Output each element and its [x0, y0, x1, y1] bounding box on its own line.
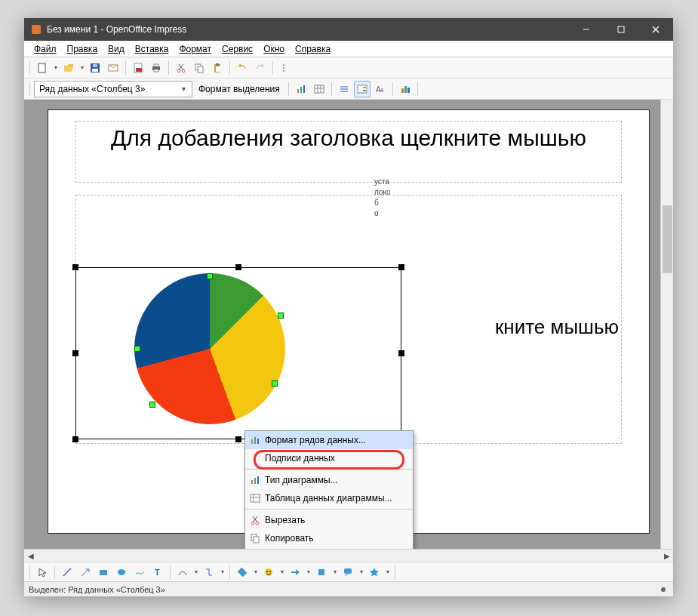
chart-legend-fragment: уста локо б о	[374, 177, 391, 219]
ctx-paste[interactable]: Вставить	[245, 547, 413, 549]
pointer-icon[interactable]	[34, 564, 51, 581]
menu-help[interactable]: Справка	[290, 44, 336, 54]
svg-point-22	[283, 64, 284, 66]
menu-edit[interactable]: Правка	[62, 44, 103, 54]
status-text: Выделен: Ряд данных «Столбец 3»	[29, 585, 165, 594]
format-selection-button[interactable]: Формат выделения	[194, 84, 284, 94]
freeform-icon[interactable]	[131, 564, 148, 581]
menu-insert[interactable]: Вставка	[130, 44, 174, 54]
svg-rect-42	[407, 88, 410, 93]
svg-rect-46	[251, 480, 253, 484]
svg-rect-25	[297, 89, 299, 93]
menu-window[interactable]: Окно	[258, 44, 290, 54]
open-dropdown[interactable]: ▾	[78, 64, 85, 71]
svg-text:T: T	[155, 568, 160, 577]
menu-tools[interactable]: Сервис	[217, 44, 258, 54]
svg-rect-28	[315, 85, 324, 93]
block-arrows-icon[interactable]	[287, 564, 303, 581]
ctx-chart-type[interactable]: Тип диаграммы...	[245, 471, 413, 489]
new-doc-icon[interactable]	[34, 60, 51, 76]
mail-icon[interactable]	[105, 60, 121, 76]
svg-rect-43	[251, 439, 253, 444]
ctx-data-table[interactable]: Таблица данных диаграммы...	[245, 489, 413, 507]
maximize-button[interactable]	[604, 18, 638, 41]
arrow-line-icon[interactable]	[77, 564, 94, 581]
cut-icon	[245, 515, 265, 525]
svg-rect-2	[618, 26, 624, 32]
close-button[interactable]	[638, 18, 673, 41]
chart-type-icon[interactable]	[293, 81, 309, 97]
svg-rect-35	[358, 85, 367, 93]
symbol-shapes-icon[interactable]	[260, 564, 277, 581]
svg-point-23	[283, 67, 284, 69]
status-bar: Выделен: Ряд данных «Столбец 3»	[24, 581, 673, 596]
export-pdf-icon[interactable]	[130, 60, 146, 76]
connector-icon[interactable]	[201, 564, 217, 581]
ctx-cut[interactable]: Вырезать	[245, 511, 413, 529]
open-icon[interactable]	[60, 60, 77, 76]
vertical-scrollbar[interactable]	[660, 100, 673, 549]
svg-rect-69	[344, 568, 352, 574]
undo-icon[interactable]	[234, 60, 251, 76]
title-placeholder[interactable]: Для добавления заголовка щелкните мышью	[75, 121, 622, 183]
svg-rect-61	[100, 570, 107, 575]
svg-rect-41	[404, 86, 407, 93]
curve-icon[interactable]	[174, 564, 191, 581]
paste-icon[interactable]	[209, 60, 226, 76]
toolbar-grip-icon[interactable]	[277, 60, 294, 76]
callout-icon[interactable]	[340, 564, 356, 581]
minimize-button[interactable]	[569, 18, 604, 41]
ctx-format-series[interactable]: Формат рядов данных...	[245, 431, 413, 449]
svg-point-66	[266, 571, 268, 572]
pie-handle[interactable]	[149, 402, 155, 408]
svg-rect-37	[363, 90, 366, 91]
copy-icon[interactable]	[191, 60, 208, 76]
stars-icon[interactable]	[366, 564, 383, 581]
menu-view[interactable]: Вид	[103, 44, 130, 54]
scale-text-icon[interactable]: AA	[372, 81, 389, 97]
svg-point-24	[283, 70, 284, 72]
print-icon[interactable]	[148, 60, 165, 76]
element-selector-combo[interactable]: Ряд данных «Столбец 3» ▾	[34, 81, 192, 97]
legend-icon[interactable]	[354, 81, 371, 97]
horizontal-scrollbar[interactable]: ◀▶	[24, 549, 673, 562]
svg-rect-48	[257, 476, 259, 484]
svg-point-62	[118, 569, 125, 575]
svg-text:A: A	[380, 88, 384, 93]
svg-rect-7	[92, 69, 98, 72]
basic-shapes-icon[interactable]	[234, 564, 251, 581]
arrange-icon[interactable]	[397, 81, 414, 97]
series-icon	[245, 435, 265, 445]
text-icon[interactable]: T	[149, 564, 166, 581]
svg-rect-18	[198, 66, 203, 72]
menubar: Файл Правка Вид Вставка Формат Сервис Ок…	[24, 41, 673, 57]
pie-handle[interactable]	[134, 346, 140, 352]
flowchart-icon[interactable]	[313, 564, 330, 581]
menu-format[interactable]: Формат	[174, 44, 217, 54]
svg-point-67	[269, 571, 271, 572]
pie-chart[interactable]	[134, 273, 285, 424]
ctx-data-labels[interactable]: Подписи данных	[245, 449, 413, 467]
cut-icon[interactable]	[173, 60, 189, 76]
hgrid-icon[interactable]	[336, 81, 352, 97]
svg-rect-20	[216, 63, 219, 66]
svg-rect-14	[154, 69, 158, 72]
svg-rect-45	[257, 439, 259, 444]
redo-icon[interactable]	[252, 60, 269, 76]
new-doc-dropdown[interactable]: ▾	[52, 64, 59, 71]
ellipse-icon[interactable]	[113, 564, 130, 581]
svg-rect-21	[216, 66, 220, 72]
window-title: Без имени 1 - OpenOffice Impress	[47, 24, 569, 35]
line-icon[interactable]	[59, 564, 75, 581]
svg-rect-47	[254, 478, 256, 484]
ctx-copy[interactable]: Копировать	[245, 529, 413, 547]
pie-handle[interactable]	[272, 380, 278, 387]
copy-icon	[245, 533, 265, 544]
rectangle-icon[interactable]	[95, 564, 112, 581]
save-icon[interactable]	[87, 60, 103, 76]
pie-handle[interactable]	[278, 313, 284, 319]
pie-handle[interactable]	[207, 273, 213, 279]
chart-object[interactable]	[75, 267, 401, 439]
data-table-icon[interactable]	[311, 81, 327, 97]
menu-file[interactable]: Файл	[29, 44, 62, 54]
